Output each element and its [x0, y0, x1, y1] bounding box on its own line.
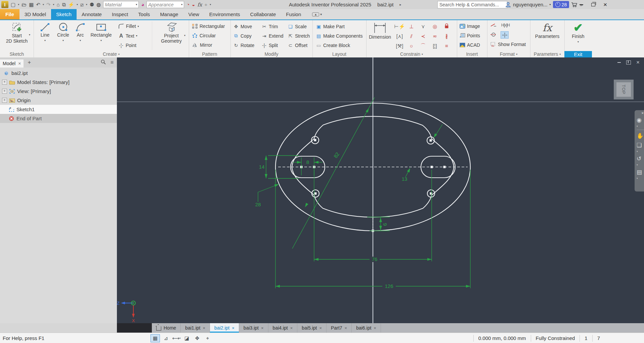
material-combobox[interactable]: Material▾ — [103, 1, 139, 8]
undo-dropdown-icon[interactable]: ▾ — [43, 3, 44, 6]
move-snap-icon[interactable]: ✥ — [193, 335, 202, 342]
coincident-constraint-icon[interactable]: ⋎ — [421, 24, 425, 30]
add-qat-icon[interactable]: + — [204, 2, 207, 7]
make-components-button[interactable]: ▤Make Components — [316, 33, 363, 39]
create-block-button[interactable]: ▭Create Block — [316, 42, 350, 48]
constraint-settings-icon[interactable]: [⚒] — [396, 43, 403, 49]
orbit-dropdown-icon[interactable]: ▾ — [637, 164, 638, 167]
clear-appearance-icon[interactable]: ◒ — [192, 2, 195, 7]
measure-dropdown-icon[interactable]: ▾ — [86, 3, 87, 6]
browser-add-tab-icon[interactable]: + — [28, 59, 31, 66]
doc-tab-bai4[interactable]: bai4.ipt× — [268, 323, 298, 333]
material-dropdown-icon[interactable]: ▾ — [136, 3, 137, 6]
local-update-icon[interactable]: ⚡ — [68, 2, 74, 8]
dimension-labels[interactable]: 126 76 14 8 82 9 28 13 — [255, 151, 407, 289]
dimension-display-icon[interactable]: ⟷▾ — [172, 335, 181, 342]
zoom-icon[interactable]: ❏ — [637, 141, 642, 149]
stretch-button[interactable]: ⇱Stretch — [288, 33, 310, 39]
copy-object-icon[interactable]: ⧉ — [62, 2, 66, 8]
tab-collaborate[interactable]: Collaborate — [245, 9, 281, 19]
look-at-icon[interactable]: ▤ — [637, 168, 642, 176]
make-part-button[interactable]: ▣Make Part — [316, 24, 345, 29]
tangent-circle-constraint-icon[interactable]: ○ — [410, 43, 413, 49]
tree-item-origin[interactable]: + Origin — [0, 96, 117, 105]
dimension-button[interactable]: Dimension — [368, 22, 392, 40]
vertical-constraint-icon[interactable]: ∦ — [445, 33, 448, 39]
browser-tab-close-icon[interactable]: × — [18, 61, 21, 66]
rotate-button[interactable]: ↻Rotate — [233, 42, 254, 48]
trim-button[interactable]: ✂Trim — [261, 24, 278, 29]
equal-constraint-icon[interactable]: = — [445, 43, 448, 49]
orbit-icon[interactable]: ↺ — [637, 154, 641, 163]
close-tab-icon[interactable]: × — [203, 326, 206, 331]
rectangle-button[interactable]: Rectangle▾ — [89, 22, 114, 43]
line-button[interactable]: Line▾ — [37, 22, 53, 43]
symmetric-constraint-icon[interactable]: [¦] — [433, 43, 437, 49]
doc-tab-bai1[interactable]: bai1.ipt× — [181, 323, 210, 333]
tab-fusion[interactable]: Fusion — [281, 9, 306, 19]
browser-tab-model[interactable]: Model × — [0, 59, 24, 68]
lock-constraint-icon[interactable] — [444, 24, 449, 30]
navigation-wheel-icon[interactable]: ◉ — [637, 116, 642, 124]
parameters-qat-icon[interactable]: fx — [197, 2, 202, 8]
split-button[interactable]: -|-Split — [261, 42, 278, 48]
tab-3d-model[interactable]: 3D Model — [19, 9, 51, 19]
finish-sketch-button[interactable]: ✔ Finish ▾ — [568, 22, 588, 45]
insert-image-button[interactable]: Image — [460, 24, 480, 29]
appearance-combobox[interactable]: Appearance▾ — [146, 1, 184, 8]
doc-tile-icon[interactable] — [626, 60, 631, 65]
expand-icon[interactable]: + — [2, 80, 7, 85]
parameters-button[interactable]: fx Parameters — [535, 22, 560, 39]
browser-menu-icon[interactable]: ≡ — [111, 59, 114, 66]
auto-dimension-icon[interactable]: ⊢⚡ — [394, 24, 405, 30]
adjust-appearance-icon[interactable]: ◔ — [186, 2, 189, 7]
redo-dropdown-icon[interactable]: ▾ — [53, 3, 54, 6]
iproperties-icon[interactable]: ⚉ — [90, 2, 94, 8]
zoom-dropdown-icon[interactable]: ▾ — [637, 150, 638, 154]
tab-manage[interactable]: Manage — [155, 9, 183, 19]
precise-input-icon[interactable]: ⌖ — [203, 335, 212, 342]
cart-icon[interactable] — [571, 2, 578, 7]
update-dropdown-icon[interactable]: ▾ — [77, 3, 78, 6]
measure-icon[interactable]: ⧄ — [80, 2, 84, 8]
tab-tools[interactable]: Tools — [133, 9, 155, 19]
tab-sketch[interactable]: Sketch — [51, 9, 77, 19]
tab-view[interactable]: View — [183, 9, 204, 19]
horizontal-constraint-icon[interactable]: ≂ — [433, 33, 437, 39]
tree-item-end-of-part[interactable]: End of Part — [0, 114, 117, 123]
new-file-dropdown-icon[interactable]: ▾ — [18, 3, 19, 6]
point-button[interactable]: -¦- Point — [118, 42, 136, 48]
help-search-box[interactable]: Search Help & Commands... — [437, 1, 507, 8]
tangent-constraint-icon[interactable]: ≺ — [421, 33, 425, 39]
insert-points-button[interactable]: Points — [460, 33, 480, 38]
insert-acad-button[interactable]: ACAD — [460, 42, 480, 48]
expand-icon[interactable]: + — [2, 98, 7, 103]
start-2d-sketch-button[interactable]: Start 2D Sketch ▾ — [5, 22, 29, 44]
title-expand-icon[interactable]: ▸ — [400, 3, 401, 6]
extend-button[interactable]: ⇥Extend — [261, 33, 284, 39]
qat-customize-icon[interactable]: ▾ — [210, 3, 211, 6]
tree-item-sketch1[interactable]: Sketch1 — [0, 105, 117, 114]
dimensions[interactable] — [258, 97, 470, 288]
restore-button[interactable] — [591, 3, 595, 6]
ribbon-collapse-button[interactable]: ▲▾ — [312, 9, 322, 19]
minimize-button[interactable] — [579, 4, 583, 5]
parallel-constraint-icon[interactable]: ⫽ — [410, 33, 413, 39]
close-tab-icon[interactable]: × — [290, 326, 293, 331]
scale-button[interactable]: ❏Scale — [288, 24, 307, 29]
construction-toggle-button[interactable] — [490, 23, 497, 27]
tree-item-view[interactable]: + View: [Primary] — [0, 87, 117, 96]
show-constraints-icon[interactable]: [⋏] — [396, 33, 403, 39]
rectangular-pattern-button[interactable]: Rectangular — [192, 24, 225, 29]
close-tab-icon[interactable]: × — [261, 326, 264, 331]
doc-tab-bai5[interactable]: bai5.ipt× — [297, 323, 327, 333]
trial-days-badge[interactable]: 28 — [553, 1, 569, 8]
tree-item-model-states[interactable]: + Model States: [Primary] — [0, 78, 117, 87]
project-geometry-button[interactable]: Project Geometry ▾ — [158, 22, 185, 44]
close-tab-icon[interactable]: × — [374, 326, 376, 331]
graphics-canvas[interactable]: 126 76 14 8 82 9 28 13 Z — [117, 57, 644, 323]
new-file-icon[interactable]: ▢ — [11, 2, 15, 8]
tab-inspect[interactable]: Inspect — [107, 9, 133, 19]
doc-tab-home[interactable]: Home — [152, 323, 181, 333]
smooth-constraint-icon[interactable]: ⌒ — [421, 43, 426, 49]
